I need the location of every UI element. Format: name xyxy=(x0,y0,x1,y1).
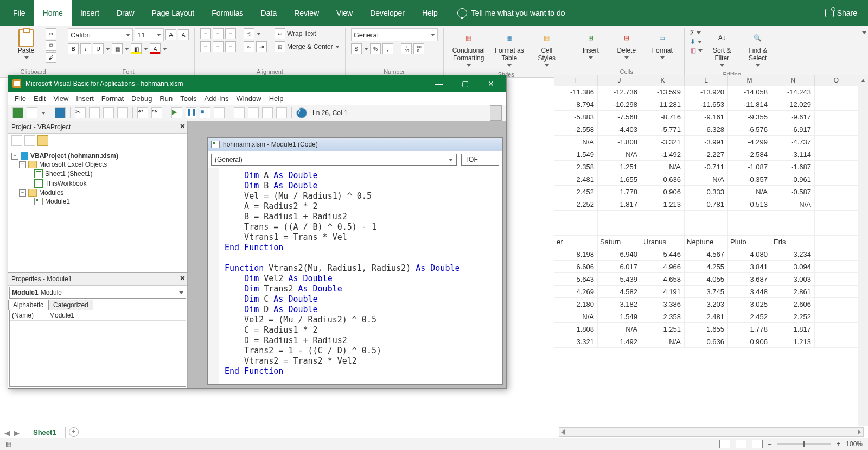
cell[interactable] xyxy=(815,298,858,310)
cell[interactable]: -6.576 xyxy=(728,123,771,136)
toolbar-scroll[interactable] xyxy=(490,105,502,121)
cell[interactable]: 1.817 xyxy=(771,323,815,335)
close-button[interactable]: ✕ xyxy=(480,79,502,88)
cell[interactable]: 6.606 xyxy=(554,261,598,273)
ribbon-tab-insert[interactable]: Insert xyxy=(72,0,108,26)
cell[interactable]: 2.358 xyxy=(554,161,598,173)
vba-menu-add-ins[interactable]: Add-Ins xyxy=(205,94,229,103)
cell[interactable]: 1.549 xyxy=(598,310,641,323)
decrease-indent-button[interactable]: ⇤ xyxy=(244,41,254,52)
decrease-font-button[interactable]: A xyxy=(178,29,189,40)
cell[interactable]: -4.403 xyxy=(598,123,641,136)
cell[interactable] xyxy=(815,161,858,173)
cell[interactable]: N/A xyxy=(554,136,598,148)
cell[interactable]: -6.328 xyxy=(685,123,728,136)
cell[interactable] xyxy=(815,261,858,273)
cell[interactable]: 4.080 xyxy=(728,248,771,261)
cell[interactable]: -5.771 xyxy=(641,123,685,136)
help-button[interactable]: ? xyxy=(296,107,307,118)
record-macro-icon[interactable]: ▦ xyxy=(5,440,11,448)
minimize-button[interactable]: — xyxy=(428,79,450,88)
cell[interactable]: 2.481 xyxy=(554,173,598,186)
cell[interactable]: 1.251 xyxy=(598,161,641,173)
cell[interactable]: 4.055 xyxy=(685,273,728,286)
cell[interactable]: -8.794 xyxy=(554,98,598,111)
italic-button[interactable]: I xyxy=(80,43,91,54)
cell[interactable]: 3.094 xyxy=(771,261,815,273)
cell[interactable]: 5.439 xyxy=(598,273,641,286)
cell[interactable]: 0.333 xyxy=(685,186,728,198)
cell[interactable]: N/A xyxy=(641,335,685,348)
design-mode-button[interactable] xyxy=(214,107,225,118)
percent-format-button[interactable]: % xyxy=(370,43,381,54)
cell[interactable]: -0.711 xyxy=(685,161,728,173)
tree-excel-objects[interactable]: −Microsoft Excel Objects xyxy=(19,160,184,169)
cell[interactable] xyxy=(771,211,815,223)
cell[interactable] xyxy=(685,223,728,236)
cell[interactable]: 4.658 xyxy=(641,273,685,286)
cell[interactable]: N/A xyxy=(771,198,815,211)
cell[interactable]: 2.452 xyxy=(728,310,771,323)
cell[interactable]: 6.940 xyxy=(598,248,641,261)
cell[interactable]: 5.446 xyxy=(641,248,685,261)
cell[interactable]: 2.481 xyxy=(685,310,728,323)
cell[interactable]: 1.808 xyxy=(554,323,598,335)
properties-object-select[interactable]: Module1 Module xyxy=(9,287,186,299)
ribbon-tab-review[interactable]: Review xyxy=(285,0,328,26)
zoom-out-button[interactable]: – xyxy=(768,440,772,448)
align-top-button[interactable]: ≡ xyxy=(200,28,211,39)
cell[interactable] xyxy=(728,223,771,236)
insert-cells-button[interactable]: ⊞Insert xyxy=(575,28,607,62)
align-right-button[interactable]: ≡ xyxy=(225,41,236,52)
vba-menu-insert[interactable]: Insert xyxy=(76,94,94,103)
view-code-button[interactable] xyxy=(11,135,22,146)
cell[interactable] xyxy=(815,123,858,136)
cell[interactable]: -8.716 xyxy=(641,111,685,123)
cell[interactable]: 0.636 xyxy=(641,173,685,186)
cell[interactable]: 0.781 xyxy=(685,198,728,211)
cell[interactable]: 8.198 xyxy=(554,248,598,261)
cell[interactable]: -1.808 xyxy=(598,136,641,148)
cell[interactable]: N/A xyxy=(598,323,641,335)
cell[interactable]: -7.568 xyxy=(598,111,641,123)
tree-modules[interactable]: −Modules xyxy=(19,188,184,197)
format-cells-button[interactable]: ▭Format xyxy=(646,28,679,62)
cell[interactable]: -9.161 xyxy=(685,111,728,123)
col-header-K[interactable]: K xyxy=(641,75,685,86)
cell[interactable] xyxy=(815,136,858,148)
cell[interactable]: -11.386 xyxy=(554,86,598,98)
cell[interactable]: 3.745 xyxy=(685,286,728,298)
col-header-M[interactable]: M xyxy=(728,75,771,86)
merge-center-button[interactable]: ⊞Merge & Center xyxy=(275,41,340,52)
delete-cells-button[interactable]: ⊟Delete xyxy=(610,28,643,62)
align-left-button[interactable]: ≡ xyxy=(200,41,211,52)
cell[interactable]: -14.058 xyxy=(728,86,771,98)
cell[interactable]: -1.492 xyxy=(641,148,685,161)
cell[interactable]: -3.321 xyxy=(641,136,685,148)
cell[interactable]: 0.906 xyxy=(728,335,771,348)
font-size-select[interactable]: 11 xyxy=(135,28,164,41)
save-button[interactable] xyxy=(55,107,66,118)
cell[interactable]: N/A xyxy=(728,186,771,198)
cell[interactable]: -13.920 xyxy=(685,86,728,98)
cell[interactable] xyxy=(641,211,685,223)
cell[interactable]: 3.687 xyxy=(728,273,771,286)
ribbon-tab-view[interactable]: View xyxy=(328,0,361,26)
zoom-slider[interactable] xyxy=(777,443,831,445)
cell[interactable]: 2.358 xyxy=(641,310,685,323)
increase-indent-button[interactable]: ⇥ xyxy=(256,41,267,52)
props-tab-categorized[interactable]: Categorized xyxy=(48,300,93,310)
format-painter-button[interactable]: 🖌 xyxy=(46,52,56,63)
tree-sheet1[interactable]: Sheet1 (Sheet1) xyxy=(34,169,184,179)
cell[interactable]: Pluto xyxy=(728,236,771,248)
cell[interactable] xyxy=(815,86,858,98)
increase-decimal-button[interactable]: .0 .00 xyxy=(401,43,412,54)
properties-grid[interactable]: (Name)Module1 xyxy=(9,310,186,387)
comma-format-button[interactable]: , xyxy=(382,43,393,54)
cell[interactable] xyxy=(641,223,685,236)
props-tab-alphabetic[interactable]: Alphabetic xyxy=(8,300,48,310)
cell[interactable]: -9.355 xyxy=(728,111,771,123)
cell[interactable]: -2.558 xyxy=(554,123,598,136)
project-pane-close[interactable]: × xyxy=(180,122,185,131)
cell[interactable] xyxy=(815,323,858,335)
